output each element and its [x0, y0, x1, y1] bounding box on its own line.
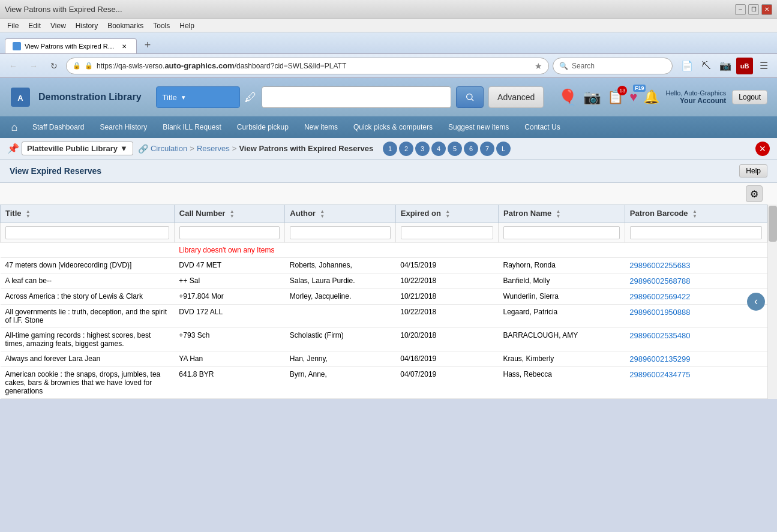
ublock-icon[interactable]: uB — [736, 58, 753, 74]
patron-barcode-link-1[interactable]: 29896002568788 — [629, 276, 690, 285]
notifications-icon[interactable]: 🔔 — [643, 89, 659, 105]
url-domain: auto-graphics.com — [164, 61, 234, 70]
menu-history[interactable]: History — [71, 20, 103, 31]
col-header-patron-barcode[interactable]: Patron Barcode ▲▼ — [625, 205, 767, 223]
list-icon[interactable]: 📋 13 — [607, 89, 623, 105]
page-pill-6[interactable]: 6 — [464, 142, 478, 156]
menu-edit[interactable]: Edit — [23, 20, 46, 31]
page-pill-1[interactable]: 1 — [383, 142, 397, 156]
filter-author-input[interactable] — [290, 226, 390, 239]
menu-help[interactable]: Help — [175, 20, 199, 31]
search-input[interactable] — [262, 86, 451, 108]
search-icon — [465, 92, 475, 102]
filter-call-number-input[interactable] — [179, 226, 280, 239]
logout-button[interactable]: Logout — [732, 90, 767, 104]
cell-title-2: Across America : the story of Lewis & Cl… — [1, 288, 175, 304]
url-bar[interactable]: 🔒 🔒 https://qa-swls-verso.auto-graphics.… — [66, 58, 549, 74]
home-button[interactable]: ⌂ — [5, 118, 24, 137]
help-button[interactable]: Help — [739, 164, 767, 178]
cell-author-2: Morley, Jacqueline. — [285, 288, 395, 304]
scrollbar-thumb[interactable] — [769, 206, 777, 242]
patron-barcode-link-2[interactable]: 29896002569422 — [629, 292, 690, 301]
database-icon[interactable]: 🖊 — [245, 91, 257, 104]
filter-title-input[interactable] — [5, 226, 169, 239]
maximize-button[interactable]: ☐ — [748, 4, 759, 15]
col-header-expired-on[interactable]: Expired on ▲▼ — [395, 205, 498, 223]
filter-patron-barcode-input[interactable] — [630, 226, 762, 239]
page-pill-3[interactable]: 3 — [415, 142, 430, 156]
menu-tools[interactable]: Tools — [148, 20, 175, 31]
location-selector[interactable]: 📌 Platteville Public Library ▼ — [7, 142, 133, 155]
back-button[interactable]: ← — [5, 58, 22, 74]
scrollbar[interactable] — [767, 205, 777, 399]
patron-barcode-link-4[interactable]: 29896002535480 — [629, 331, 690, 340]
cell-expired-2: 10/21/2018 — [395, 288, 498, 304]
col-header-patron-name[interactable]: Patron Name ▲▼ — [499, 205, 625, 223]
minimize-button[interactable]: – — [735, 4, 746, 15]
new-tab-button[interactable]: + — [139, 37, 156, 53]
filter-patron-name-input[interactable] — [503, 226, 620, 239]
browser-tab-active[interactable]: View Patrons with Expired Rese... ✕ — [5, 38, 137, 53]
cell-call-number-3: DVD 172 ALL — [174, 304, 284, 327]
cell-title-0: 47 meters down [videorecording (DVD)] — [1, 257, 175, 273]
col-header-title[interactable]: Title ▲▼ — [1, 205, 175, 223]
browser-titlebar: View Patrons with Expired Rese... – ☐ ✕ — [0, 0, 777, 19]
breadcrumb-reserves[interactable]: Reserves — [197, 144, 230, 153]
nav-blank-ill-request[interactable]: Blank ILL Request — [155, 119, 229, 135]
cell-title-4: All-time gaming records : highest scores… — [1, 327, 175, 351]
search-type-dropdown[interactable]: Title ▼ — [156, 86, 240, 108]
nav-search-history[interactable]: Search History — [93, 119, 155, 135]
screenshot-icon[interactable]: 📷 — [717, 58, 734, 74]
page-pill-5[interactable]: 5 — [448, 142, 462, 156]
page-pill-4[interactable]: 4 — [431, 142, 446, 156]
settings-icon-button[interactable]: ⚙ — [746, 185, 763, 202]
close-button[interactable]: ✕ — [761, 4, 772, 15]
col-header-author[interactable]: Author ▲▼ — [285, 205, 395, 223]
nav-staff-dashboard[interactable]: Staff Dashboard — [25, 119, 92, 135]
sort-patron-name-icon[interactable]: ▲▼ — [556, 209, 561, 219]
reader-icon[interactable]: 📄 — [679, 58, 695, 74]
filter-expired-input[interactable] — [401, 226, 493, 239]
sort-title-icon[interactable]: ▲▼ — [26, 209, 31, 219]
browser-search-bar[interactable]: 🔍 Search — [553, 58, 673, 74]
sort-expired-icon[interactable]: ▲▼ — [445, 209, 450, 219]
breadcrumb-close-button[interactable]: ✕ — [755, 142, 770, 156]
nav-curbside-pickup[interactable]: Curbside pickup — [230, 119, 296, 135]
pocket-icon[interactable]: ⛏ — [698, 58, 715, 74]
menu-view[interactable]: View — [46, 20, 71, 31]
user-account[interactable]: Hello, Auto-Graphics Your Account — [665, 89, 726, 105]
nav-quick-picks[interactable]: Quick picks & computers — [346, 119, 440, 135]
sort-call-number-icon[interactable]: ▲▼ — [230, 209, 235, 219]
forward-button[interactable]: → — [25, 58, 42, 74]
nav-contact-us[interactable]: Contact Us — [517, 119, 567, 135]
page-pill-l[interactable]: L — [496, 142, 511, 156]
patron-barcode-link-6[interactable]: 29896002434775 — [629, 370, 690, 379]
sort-patron-barcode-icon[interactable]: ▲▼ — [692, 209, 697, 219]
page-title: View Expired Reserves — [10, 166, 101, 176]
location-dropdown[interactable]: Platteville Public Library ▼ — [22, 142, 133, 155]
col-header-call-number[interactable]: Call Number ▲▼ — [174, 205, 284, 223]
patron-barcode-link-3[interactable]: 29896001950888 — [629, 308, 690, 317]
menu-bookmarks[interactable]: Bookmarks — [103, 20, 148, 31]
page-pill-2[interactable]: 2 — [399, 142, 413, 156]
favorites-icon[interactable]: ♥ F19 — [629, 89, 637, 105]
camera-icon[interactable]: 📷 — [583, 89, 601, 106]
filter-patron-name-cell — [499, 223, 625, 242]
nav-new-items[interactable]: New items — [297, 119, 345, 135]
bookmark-star[interactable]: ★ — [535, 61, 542, 71]
menu-icon[interactable]: ☰ — [755, 58, 772, 74]
page-pill-7[interactable]: 7 — [480, 142, 494, 156]
previous-page-button[interactable]: ‹ — [747, 293, 765, 311]
error-cell-message: Library doesn't own any Items — [174, 242, 284, 257]
tab-close-button[interactable]: ✕ — [119, 41, 129, 51]
breadcrumb-circulation[interactable]: Circulation — [151, 144, 187, 153]
tips-icon[interactable]: 🎈 — [558, 88, 577, 107]
nav-suggest-new-items[interactable]: Suggest new items — [441, 119, 516, 135]
sort-author-icon[interactable]: ▲▼ — [320, 209, 325, 219]
patron-barcode-link-5[interactable]: 29896002135299 — [629, 354, 690, 363]
reload-button[interactable]: ↻ — [46, 58, 62, 74]
advanced-button[interactable]: Advanced — [488, 86, 544, 108]
patron-barcode-link-0[interactable]: 29896002255683 — [629, 261, 690, 270]
search-button[interactable] — [456, 86, 484, 108]
menu-file[interactable]: File — [2, 20, 23, 31]
